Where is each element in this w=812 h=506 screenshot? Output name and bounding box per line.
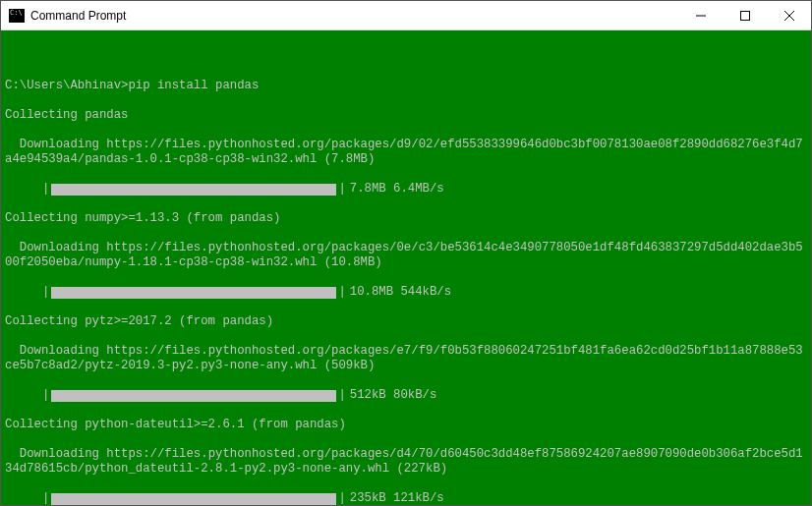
close-icon [784, 11, 794, 21]
command-text: pip install pandas [128, 79, 259, 92]
output-line: Collecting python-dateutil>=2.6.1 (from … [5, 418, 805, 432]
progress-row: ||235kB 121kB/s [5, 491, 805, 505]
progress-bar [51, 390, 336, 402]
window-title: Command Prompt [30, 9, 678, 23]
progress-text: 235kB 121kB/s [350, 491, 444, 505]
svg-rect-1 [740, 11, 749, 20]
window-controls [678, 1, 811, 29]
maximize-button[interactable] [723, 1, 767, 29]
progress-bar [51, 287, 336, 299]
prompt-path: C:\Users\Abhinav> [5, 79, 128, 92]
minimize-icon [696, 11, 706, 21]
progress-bar [51, 184, 336, 196]
output-line: Collecting pandas [5, 108, 805, 123]
output-line: Collecting numpy>=1.13.3 (from pandas) [5, 211, 805, 226]
command-prompt-window: Command Prompt C:\Users\Abhinav>pip inst… [0, 0, 812, 506]
output-line: Downloading https://files.pythonhosted.o… [5, 241, 805, 270]
progress-row: ||7.8MB 6.4MB/s [5, 182, 805, 197]
close-button[interactable] [767, 1, 811, 29]
output-line: Downloading https://files.pythonhosted.o… [5, 447, 805, 477]
terminal-area[interactable]: C:\Users\Abhinav>pip install pandas Coll… [1, 30, 811, 505]
titlebar: Command Prompt [1, 1, 811, 30]
progress-row: ||512kB 80kB/s [5, 388, 805, 403]
progress-row: ||10.8MB 544kB/s [5, 285, 805, 300]
output-line: Downloading https://files.pythonhosted.o… [5, 344, 805, 373]
output-line: Collecting pytz>=2017.2 (from pandas) [5, 314, 805, 329]
progress-text: 7.8MB 6.4MB/s [350, 182, 444, 197]
cmd-icon [9, 9, 25, 23]
progress-text: 512kB 80kB/s [350, 388, 437, 403]
prompt-line: C:\Users\Abhinav>pip install pandas [5, 79, 805, 93]
minimize-button[interactable] [678, 1, 723, 29]
maximize-icon [740, 11, 750, 21]
output-line: Downloading https://files.pythonhosted.o… [5, 138, 805, 167]
blank-line [5, 49, 805, 64]
progress-bar [51, 493, 336, 505]
progress-text: 10.8MB 544kB/s [350, 285, 451, 300]
